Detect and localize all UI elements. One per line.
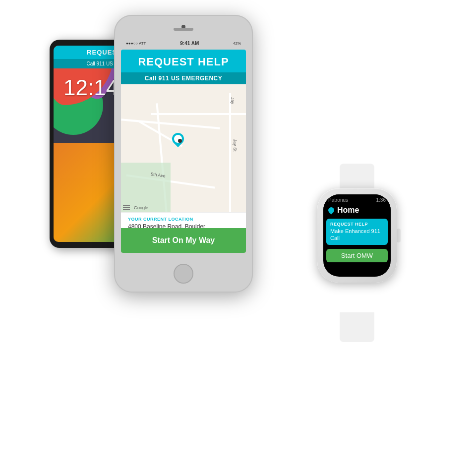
iphone-status-bar: ●●●○○ ATT 9:41 AM 42% <box>121 37 246 50</box>
iphone-carrier: ●●●○○ ATT <box>126 41 146 46</box>
android-time: 12:14 <box>63 75 118 100</box>
watch-request-help-label: REQUEST HELP <box>330 222 384 227</box>
map-label-jay: Jay <box>230 97 235 104</box>
map-area: Jay Jay St 5th Ave Google <box>121 83 246 212</box>
app-call-911-label: Call 911 US EMERGENCY <box>121 72 246 84</box>
iphone-time: 9:41 AM <box>180 41 199 46</box>
watch-app-name: Patronus <box>328 197 348 203</box>
iphone: ●●●○○ ATT 9:41 AM 42% REQUEST HELP Call … <box>114 15 253 293</box>
map-pin-dot <box>178 139 182 143</box>
watch-screen: Patronus 1:36 Home REQUEST HELP Make Enh… <box>323 194 391 277</box>
map-pin-inner <box>174 135 182 143</box>
watch-time: 1:36 <box>376 197 386 203</box>
app-request-help-label: REQUEST HELP <box>121 50 246 72</box>
watch-status-bar: Patronus 1:36 <box>323 194 391 204</box>
watch-location-row: Home <box>323 204 391 217</box>
watch-body: Patronus 1:36 Home REQUEST HELP Make Enh… <box>317 188 397 283</box>
map-pin-circle <box>170 130 186 147</box>
apple-watch: Patronus 1:36 Home REQUEST HELP Make Enh… <box>307 188 407 317</box>
map-menu-line-2 <box>123 207 130 208</box>
watch-location-pin-icon <box>327 206 336 215</box>
location-label: YOUR CURRENT LOCATION <box>128 217 239 222</box>
iphone-battery: 42% <box>233 41 241 46</box>
map-road-4 <box>151 113 246 115</box>
start-button[interactable]: Start On My Way <box>121 228 246 253</box>
map-road-2 <box>121 118 220 129</box>
map-menu-line-3 <box>123 209 130 210</box>
map-road-3 <box>229 93 231 212</box>
iphone-home-button[interactable] <box>174 264 193 284</box>
watch-start-omw-button[interactable]: Start OMW <box>326 249 388 262</box>
watch-request-help-desc: Make Enhanced 911 Call <box>330 228 384 242</box>
watch-request-help-button[interactable]: REQUEST HELP Make Enhanced 911 Call <box>326 219 388 245</box>
map-location-pin <box>171 133 185 148</box>
watch-crown[interactable] <box>397 229 401 242</box>
map-green-area <box>121 163 171 212</box>
iphone-screen: REQUEST HELP Call 911 US EMERGENCY Jay J… <box>121 50 246 253</box>
watch-omw-label: Start OMW <box>330 252 384 259</box>
watch-band-bottom <box>340 312 374 342</box>
scene: 12:14 REQUEST Call 911 US E... ●●●○○ ATT… <box>0 0 476 474</box>
watch-location-name: Home <box>337 206 359 215</box>
map-label-jay-st: Jay St <box>232 139 237 151</box>
map-menu-line-1 <box>123 205 130 206</box>
iphone-speaker <box>174 28 193 31</box>
map-attribution: Google <box>134 205 148 210</box>
app-header: REQUEST HELP Call 911 US EMERGENCY <box>121 50 246 84</box>
map-menu-icon[interactable] <box>123 205 130 210</box>
